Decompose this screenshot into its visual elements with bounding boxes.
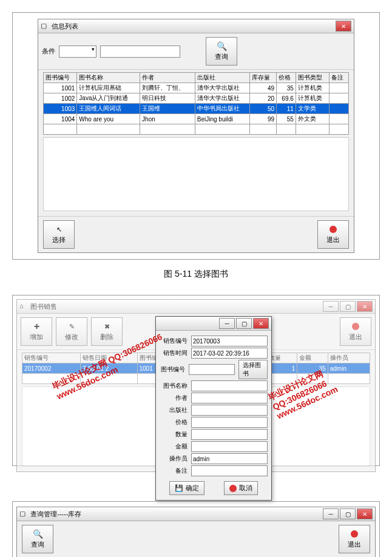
maximize-icon[interactable]: ▢ <box>236 318 252 329</box>
close-icon[interactable]: ✕ <box>336 21 351 32</box>
maximize-icon[interactable]: ▢ <box>340 301 356 312</box>
author-field[interactable] <box>191 393 268 403</box>
window-query-stock: ▢ 查询管理-----库存 ─▢✕ 🔍查询 退出 图书编号图书名称作者出版社库存… <box>16 507 376 557</box>
magnifier-icon: 🔍 <box>33 529 42 539</box>
app-icon: ⌂ <box>19 302 28 311</box>
condition-combo[interactable] <box>59 46 96 58</box>
edit-icon: ✎ <box>67 322 76 331</box>
save-icon: 💾 <box>175 484 183 492</box>
window-title: 图书销售 <box>30 302 57 311</box>
exit-button[interactable]: 退出 <box>340 317 371 346</box>
table-row: 1004Who are youJhonBeiJing buildi9955外文类 <box>44 114 349 124</box>
close-icon[interactable]: ✕ <box>253 318 269 329</box>
table-row <box>44 124 349 135</box>
titlebar: ⌂ 图书销售 ─▢✕ <box>17 300 375 314</box>
condition-label: 条件 <box>42 47 55 56</box>
cancel-icon <box>229 485 237 492</box>
close-icon[interactable]: ✕ <box>357 301 373 312</box>
window-title: 查询管理-----库存 <box>30 510 81 519</box>
sale-form: 销售编号20170003 销售时间2017-03-02 20:39:16 图书编… <box>156 331 271 500</box>
window-title: 信息列表 <box>52 22 78 31</box>
book-name-field[interactable] <box>191 380 268 391</box>
remark-field[interactable] <box>191 465 268 476</box>
figure-5-11: ▢ 信息列表 ✕ 条件 🔍 查询 图书编号图书名称作者出版社库存量价格图书类型备… <box>12 12 380 260</box>
titlebar: ─▢✕ <box>156 317 271 331</box>
book-id-field[interactable] <box>189 364 235 375</box>
table-header: 图书编号图书名称作者出版社库存量价格图书类型备注 <box>44 73 349 83</box>
content-area <box>43 137 349 211</box>
table-row-selected: 1003王国维人间词话王国维中华书局出版社5011文学类 <box>44 104 349 114</box>
select-book-button[interactable]: 选择图书 <box>238 360 268 379</box>
caption-5-11: 图 5-11 选择图书 <box>12 269 380 280</box>
sale-time-field[interactable]: 2017-03-02 20:39:16 <box>191 348 268 359</box>
close-icon[interactable]: ✕ <box>357 508 373 519</box>
add-button[interactable]: ✚增加 <box>21 317 52 346</box>
titlebar: ▢ 查询管理-----库存 ─▢✕ <box>17 507 375 521</box>
ok-button[interactable]: 💾确定 <box>169 481 204 495</box>
figure-5-13: ▢ 查询管理-----库存 ─▢✕ 🔍查询 退出 图书编号图书名称作者出版社库存… <box>12 501 380 557</box>
search-button[interactable]: 🔍查询 <box>22 525 53 553</box>
minimize-icon[interactable]: ─ <box>323 508 339 519</box>
app-icon: ▢ <box>41 22 49 30</box>
cancel-button[interactable]: 取消 <box>224 481 258 495</box>
titlebar: ▢ 信息列表 ✕ <box>38 19 354 33</box>
exit-button[interactable]: 退出 <box>317 220 349 249</box>
condition-input[interactable] <box>100 46 180 58</box>
select-button[interactable]: ↖ 选择 <box>43 220 75 249</box>
minimize-icon[interactable]: ─ <box>323 301 339 312</box>
sale-id-field[interactable]: 20170003 <box>191 336 268 346</box>
delete-button[interactable]: ✖删除 <box>91 317 123 346</box>
delete-icon: ✖ <box>102 322 112 331</box>
magnifier-icon: 🔍 <box>217 41 226 51</box>
search-toolbar: 条件 🔍 查询 <box>38 33 354 70</box>
app-icon: ▢ <box>19 510 28 518</box>
maximize-icon[interactable]: ▢ <box>340 508 356 519</box>
window-info-list: ▢ 信息列表 ✕ 条件 🔍 查询 图书编号图书名称作者出版社库存量价格图书类型备… <box>38 19 354 253</box>
edit-button[interactable]: ✎修改 <box>56 317 87 346</box>
figure-5-12: ⌂ 图书销售 ─▢✕ ✚增加 ✎修改 ✖删除 退出 销售编号销售日期图书编号图书… <box>12 295 380 466</box>
price-field[interactable] <box>191 417 268 428</box>
exit-button[interactable]: 退出 <box>339 525 370 553</box>
add-icon: ✚ <box>32 322 41 331</box>
pointer-icon: ↖ <box>54 224 64 234</box>
minimize-icon[interactable]: ─ <box>219 318 235 329</box>
sale-form-dialog: ─▢✕ 销售编号20170003 销售时间2017-03-02 20:39:16… <box>155 316 272 501</box>
table-row: 1002Java从入门到精通明日科技清华大学出版社2069.6计算机类 <box>44 93 349 104</box>
qty-field[interactable] <box>191 429 268 440</box>
book-table[interactable]: 图书编号图书名称作者出版社库存量价格图书类型备注 1001计算机应用基础刘腾轩、… <box>43 72 349 135</box>
exit-icon <box>351 322 360 331</box>
table-row: 1001计算机应用基础刘腾轩、丁恒、清华大学出版社4935计算机类 <box>44 83 349 93</box>
footer-bar: ↖ 选择 退出 <box>38 216 354 252</box>
window-controls: ✕ <box>336 21 351 32</box>
publisher-field[interactable] <box>191 405 268 416</box>
exit-icon <box>328 224 338 234</box>
operator-field[interactable]: admin <box>191 453 268 464</box>
toolbar: 🔍查询 退出 <box>17 521 375 557</box>
amount-field[interactable] <box>191 441 268 452</box>
search-button[interactable]: 🔍 查询 <box>206 37 237 66</box>
exit-icon <box>350 529 359 539</box>
